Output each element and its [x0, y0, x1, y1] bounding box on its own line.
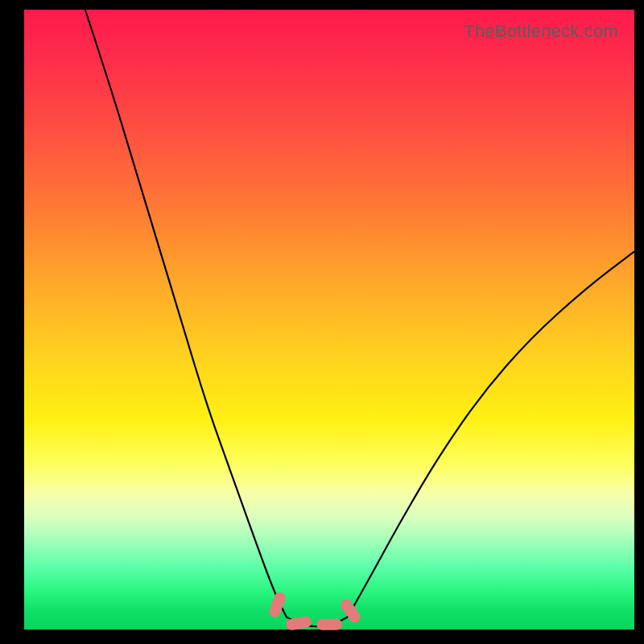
markers-group: [268, 591, 363, 631]
chart-svg: [24, 10, 634, 630]
valley-marker: [268, 591, 287, 619]
valley-marker: [316, 619, 342, 630]
bottleneck-curve: [85, 10, 634, 626]
plot-area: TheBottleneck.com: [24, 10, 634, 630]
chart-frame: TheBottleneck.com: [0, 0, 644, 644]
